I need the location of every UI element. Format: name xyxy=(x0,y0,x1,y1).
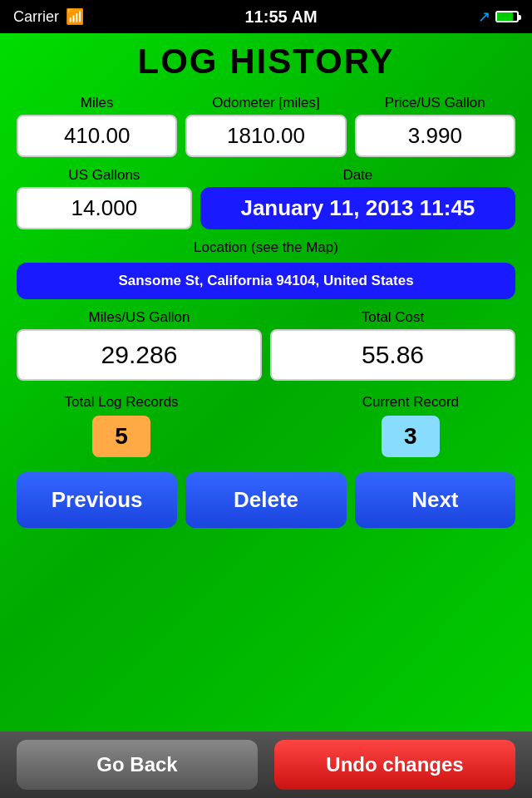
current-record-badge: 3 xyxy=(382,416,440,457)
location-value: Sansome St, California 94104, United Sta… xyxy=(17,263,515,299)
row-gallons-date: US Gallons 14.000 Date January 11, 2013 … xyxy=(17,167,515,229)
miles-label: Miles xyxy=(81,95,114,111)
mpg-group: Miles/US Gallon 29.286 xyxy=(17,309,262,381)
undo-changes-button[interactable]: Undo changes xyxy=(274,740,515,790)
location-section: Location (see the Map) Sansome St, Calif… xyxy=(17,239,515,299)
status-bar: Carrier 📶 11:55 AM ↗ xyxy=(0,0,532,33)
records-row: Total Log Records 5 Current Record 3 xyxy=(17,394,515,457)
price-label: Price/US Gallon xyxy=(385,95,485,111)
gallons-group: US Gallons 14.000 xyxy=(17,167,192,229)
location-label: Location (see the Map) xyxy=(194,239,338,256)
current-record-label: Current Record xyxy=(362,394,459,411)
odometer-value: 1810.00 xyxy=(185,115,346,157)
location-arrow-icon: ↗ xyxy=(478,7,490,26)
gallons-label: US Gallons xyxy=(68,167,140,184)
miles-value: 410.00 xyxy=(17,115,177,157)
price-value: 3.990 xyxy=(355,115,515,157)
current-record-group: Current Record 3 xyxy=(306,394,515,457)
date-group: Date January 11, 2013 11:45 xyxy=(200,167,515,229)
total-records-label: Total Log Records xyxy=(65,394,179,411)
main-content: LOG HISTORY Miles 410.00 Odometer [miles… xyxy=(0,33,532,732)
gallons-value: 14.000 xyxy=(17,187,192,229)
date-label: Date xyxy=(342,167,372,184)
total-cost-group: Total Cost 55.86 xyxy=(270,309,515,381)
status-left: Carrier 📶 xyxy=(13,7,84,26)
status-right: ↗ xyxy=(478,7,519,26)
mpg-value: 29.286 xyxy=(17,329,262,381)
previous-button[interactable]: Previous xyxy=(17,472,177,528)
battery-icon xyxy=(495,11,519,22)
row-top-fields: Miles 410.00 Odometer [miles] 1810.00 Pr… xyxy=(17,95,515,157)
status-time: 11:55 AM xyxy=(244,7,317,27)
price-group: Price/US Gallon 3.990 xyxy=(355,95,515,157)
page-title: LOG HISTORY xyxy=(137,42,394,81)
total-records-badge: 5 xyxy=(92,416,150,457)
mpg-label: Miles/US Gallon xyxy=(89,309,190,326)
delete-button[interactable]: Delete xyxy=(185,472,346,528)
bottom-bar: Go Back Undo changes xyxy=(0,732,532,798)
navigation-buttons-row: Previous Delete Next xyxy=(17,472,515,528)
carrier-label: Carrier xyxy=(13,8,59,26)
stats-row: Miles/US Gallon 29.286 Total Cost 55.86 xyxy=(17,309,515,381)
total-records-group: Total Log Records 5 xyxy=(17,394,226,457)
go-back-button[interactable]: Go Back xyxy=(17,740,258,790)
total-cost-value: 55.86 xyxy=(270,329,515,381)
miles-group: Miles 410.00 xyxy=(17,95,177,157)
date-value: January 11, 2013 11:45 xyxy=(200,187,515,229)
wifi-icon: 📶 xyxy=(66,7,84,26)
odometer-group: Odometer [miles] 1810.00 xyxy=(185,95,346,157)
next-button[interactable]: Next xyxy=(355,472,515,528)
odometer-label: Odometer [miles] xyxy=(212,95,319,111)
total-cost-label: Total Cost xyxy=(362,309,425,326)
